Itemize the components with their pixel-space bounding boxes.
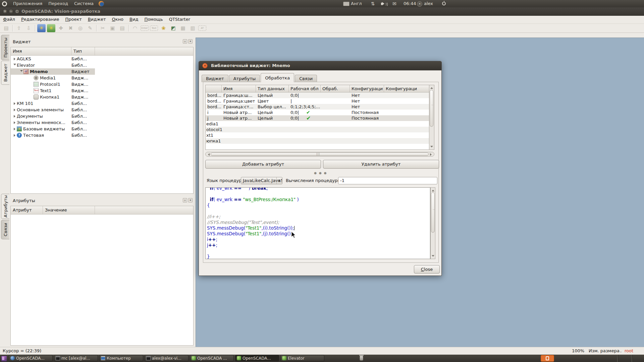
top-menu-2[interactable]: Система <box>71 1 97 6</box>
menu-Редактирование[interactable]: Редактирование <box>18 16 62 23</box>
dock-tab-Связи[interactable]: Связи <box>1 220 9 239</box>
clock[interactable]: 06:44 <box>404 0 416 7</box>
dock-close-icon[interactable]: ✕ <box>188 198 193 202</box>
collapsed-arrow-icon[interactable] <box>13 133 17 138</box>
user-badge-icon[interactable]: ✕ <box>417 1 422 7</box>
workspace-switcher-icon[interactable] <box>1 356 7 362</box>
tree-row-Основные элементы[interactable]: Основные элементыБибл... <box>11 107 193 113</box>
tree-row-Elevator[interactable]: ElevatorБибл... <box>11 62 193 68</box>
ubuntu-logo-icon[interactable] <box>2 1 7 6</box>
task-Компьютер[interactable]: Компьютер <box>99 355 143 361</box>
dock-float-icon[interactable]: ▫ <box>183 39 187 44</box>
task-OpenSCADA...[interactable]: OpenSCADA... <box>235 355 279 361</box>
arrows-updown-icon[interactable]: ⇅ <box>371 0 375 7</box>
top-menu-0[interactable]: Приложения <box>10 1 45 6</box>
collapsed-arrow-icon[interactable] <box>13 114 17 119</box>
dialog-close-icon[interactable]: ✕ <box>202 63 208 68</box>
mail-icon[interactable]: ✉ <box>392 0 396 7</box>
text-widget-icon[interactable]: Text <box>150 25 158 31</box>
window-close-icon[interactable]: ✕ <box>3 9 7 14</box>
column-header-value[interactable]: Значение <box>43 206 95 214</box>
expanded-arrow-icon[interactable] <box>19 69 23 74</box>
widget-row-xt1[interactable]: xt1 <box>206 132 434 138</box>
column-header-type[interactable]: Тип <box>71 47 95 55</box>
cut-icon[interactable]: ✂ <box>99 24 107 32</box>
tree-row-Protocol1[interactable]: Protocol1Видж... <box>11 81 193 87</box>
procedure-code-editor[interactable]: if( ev_wrk == "" ) break; if( ev_wrk == … <box>205 187 430 259</box>
menu-Файл[interactable]: Файл <box>0 16 18 23</box>
tree-row-Базовые виджеты[interactable]: ✳Базовые виджетыБибл... <box>11 126 193 132</box>
collapsed-arrow-icon[interactable] <box>13 56 17 61</box>
menu-Вид[interactable]: Вид <box>126 16 141 23</box>
tree-row-AGLKS[interactable]: AGLKSБибл... <box>11 56 193 62</box>
menu-Проект[interactable]: Проект <box>62 16 85 23</box>
notification-icon[interactable] <box>541 355 554 362</box>
dialog-tab-Виджет[interactable]: Виджет <box>202 75 228 82</box>
dock-float-icon[interactable]: ▫ <box>183 198 187 202</box>
collapsed-arrow-icon[interactable] <box>13 120 17 125</box>
tree-row-Документы[interactable]: ДокументыБибл... <box>11 113 193 119</box>
attr-row-bord...[interactable]: bord...Граница:ш...Целый0;0|Нет <box>206 93 434 98</box>
widget-tree-header[interactable]: Имя Тип <box>11 47 193 56</box>
widget-row-юпка1[interactable]: юпка1 <box>206 138 434 144</box>
attribute-table-header[interactable]: ИмяТип данныхРабочая облОбраб.Конфигурац… <box>206 85 434 93</box>
collapsed-arrow-icon[interactable] <box>13 126 17 131</box>
menu-QTStarter[interactable]: QTStarter <box>166 16 193 23</box>
table-header-Конфигураци[interactable]: Конфигураци <box>384 85 429 92</box>
dock-close-icon[interactable]: ✕ <box>188 39 193 44</box>
attr-row-j[interactable]: jНовый атр...Целый0;0|Постоянная✔ <box>206 115 434 121</box>
db-save-icon[interactable]: ⇩ <box>24 24 33 32</box>
widget-row-edia1[interactable]: edia1 <box>206 121 434 127</box>
widget-view-icon[interactable]: ◎ <box>76 24 85 32</box>
dialog-titlebar[interactable]: ✕ Библиотечный виджет: Mnemo <box>199 61 441 70</box>
diagram-widget-icon[interactable]: ◩ <box>169 24 177 32</box>
tree-row-Text1[interactable]: TextText1Видж... <box>11 87 193 94</box>
table-header-id[interactable] <box>206 85 222 92</box>
column-header-name[interactable]: Имя <box>11 47 71 55</box>
volume-icon[interactable] <box>381 2 388 7</box>
tree-row-КМ 101[interactable]: КМ 101Библ... <box>11 100 193 107</box>
dock-tab-Проекты[interactable]: Проекты <box>1 35 9 60</box>
tree-row-Тестовая[interactable]: ?ТестоваяБибл... <box>11 132 193 138</box>
formula-widget-icon[interactable]: AT <box>198 25 206 31</box>
widget-row-otocol1[interactable]: otocol1 <box>206 127 434 132</box>
dock-tab-Атрибуты[interactable]: Атрибуты <box>1 194 9 219</box>
keyboard-layout[interactable]: Англ <box>351 0 362 7</box>
top-menu-1[interactable]: Переход <box>45 1 71 6</box>
dialog-tab-Связи[interactable]: Связи <box>295 75 317 82</box>
keyboard-icon[interactable] <box>343 2 350 6</box>
library-widget-icon[interactable]: ✳ <box>47 24 55 32</box>
copy-icon[interactable]: ▣ <box>108 24 117 32</box>
attr-row-i[interactable]: iНовый атр...Целый0;0|Постоянная✔ <box>206 110 434 115</box>
attr-row-bord...[interactable]: bord...Граница:цветЦвет|Нет <box>206 98 434 104</box>
new-library-icon[interactable]: ✳ <box>37 24 46 32</box>
widget-edit-icon[interactable]: ✎ <box>86 24 94 32</box>
editor-vertical-scrollbar[interactable]: ∶ <box>430 187 435 259</box>
calc-period-input[interactable]: -1 <box>338 177 437 184</box>
document-widget-icon[interactable]: ▥ <box>189 24 197 32</box>
formel-enter-icon[interactable]: Enter <box>141 25 149 31</box>
db-load-icon[interactable]: ⇧ <box>15 24 23 32</box>
tree-row-Кнопка1[interactable]: Кнопка1Видж... <box>11 94 193 100</box>
table-header-Конфигураци[interactable]: Конфигураци <box>350 85 384 92</box>
splitter-handle[interactable]: ● ● ● <box>314 171 327 175</box>
delete-widget-icon[interactable]: ✖ <box>66 24 75 32</box>
table-vertical-scrollbar[interactable]: ∶ <box>429 85 434 149</box>
tree-row-Media1[interactable]: Media1Видж... <box>11 75 193 81</box>
window-minimize-icon[interactable]: − <box>9 9 13 14</box>
power-icon[interactable] <box>442 2 446 5</box>
widget-load-icon[interactable]: ▤ <box>2 24 10 32</box>
window-maximize-icon[interactable]: ▢ <box>15 9 19 14</box>
delete-attribute-button[interactable]: Удалить атрибут <box>323 160 439 169</box>
dialog-tab-Обработка[interactable]: Обработка <box>261 73 294 82</box>
language-combobox[interactable]: JavaLikeCalc.JavaScr <box>241 177 282 184</box>
elfigure-icon[interactable]: ◠ <box>131 24 139 32</box>
media-widget-icon[interactable]: ❀ <box>159 24 168 32</box>
attr-row-bord...[interactable]: bord...Граница:ст...Выбор цел...0;1;2;3;… <box>206 104 434 110</box>
task-OpenSCADA ...[interactable]: OpenSCADA ... <box>190 355 234 361</box>
combo-spinner-icon[interactable] <box>276 177 282 184</box>
add-widget-icon[interactable]: ✚ <box>57 24 65 32</box>
attributes-table-header[interactable]: Атрибут Значение <box>11 206 193 215</box>
session-user[interactable]: alex <box>424 0 433 7</box>
menu-Окно[interactable]: Окно <box>109 16 126 23</box>
